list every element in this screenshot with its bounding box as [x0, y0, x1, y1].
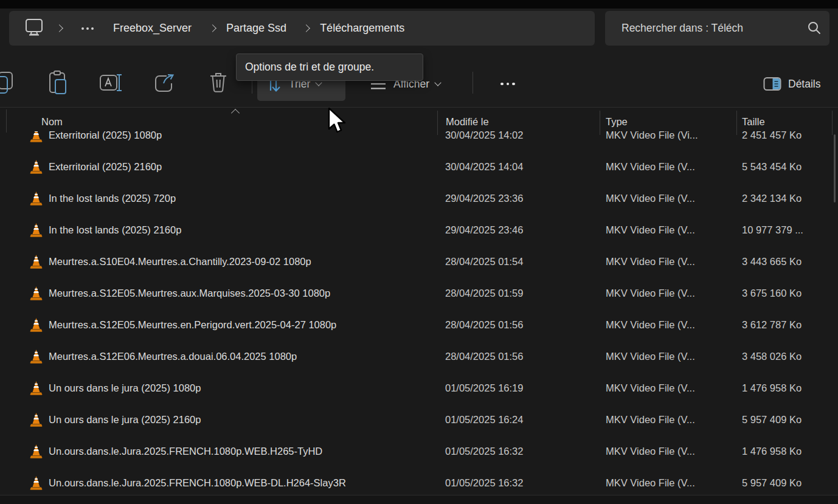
file-modified-date: 28/04/2025 01:56 — [445, 340, 523, 372]
file-size: 5 957 409 Ko — [742, 404, 802, 435]
details-button-label: Détails — [788, 78, 821, 91]
vlc-cone-icon — [29, 317, 43, 334]
file-modified-date: 01/05/2025 16:32 — [445, 435, 523, 467]
vlc-cone-icon — [29, 191, 43, 208]
details-pane-icon — [763, 76, 782, 92]
file-size: 5 957 409 Ko — [742, 467, 802, 495]
breadcrumb-item-server[interactable]: Freebox_Server — [113, 22, 192, 35]
this-pc-icon[interactable] — [24, 16, 44, 40]
vlc-cone-icon — [29, 286, 43, 303]
sort-button-tooltip: Options de tri et de groupe. — [236, 54, 423, 81]
file-row[interactable]: Un.ours.dans.le.Jura.2025.FRENCH.1080p.W… — [0, 435, 838, 467]
file-type: MKV Video File (V... — [606, 309, 695, 340]
file-size: 1 476 958 Ko — [742, 372, 802, 404]
copy-icon[interactable] — [0, 69, 17, 96]
file-modified-date: 01/05/2025 16:32 — [445, 467, 523, 495]
file-row[interactable]: Un.ours.dans.le.Jura.2025.FRENCH.1080p.W… — [0, 467, 838, 495]
delete-icon[interactable] — [205, 69, 232, 96]
file-row[interactable]: Meurtres.a.S12E06.Meurtres.a.douai.06.04… — [0, 340, 838, 372]
address-bar[interactable]: Freebox_Server Partage Ssd Téléchargemen… — [9, 11, 595, 46]
file-row[interactable]: Exterritorial (2025) 1080p 30/04/2025 14… — [0, 131, 838, 151]
file-row[interactable]: In the lost lands (2025) 720p 29/04/2025… — [0, 182, 838, 214]
file-size: 3 443 665 Ko — [742, 246, 802, 277]
file-name: Meurtres.a.S12E05.Meurtres.aux.Marquises… — [49, 277, 330, 309]
chevron-right-icon[interactable] — [55, 24, 63, 32]
share-icon[interactable] — [151, 69, 178, 96]
file-name: Un.ours.dans.le.Jura.2025.FRENCH.1080p.W… — [49, 467, 346, 495]
file-type: MKV Video File (V... — [606, 467, 695, 495]
file-row[interactable]: In the lost lands (2025) 2160p 29/04/202… — [0, 214, 838, 246]
breadcrumb-overflow-icon[interactable] — [81, 27, 94, 30]
breadcrumb-item-folder[interactable]: Téléchargements — [320, 22, 404, 35]
more-options-icon — [500, 83, 515, 86]
file-explorer-window: Freebox_Server Partage Ssd Téléchargemen… — [0, 0, 838, 504]
breadcrumb-item-share[interactable]: Partage Ssd — [226, 22, 286, 35]
file-list-area: Nom Modifié le Type Taille Exterritorial… — [0, 107, 838, 504]
vlc-cone-icon — [29, 349, 43, 366]
file-type: MKV Video File (V... — [606, 340, 695, 372]
address-row: Freebox_Server Partage Ssd Téléchargemen… — [0, 9, 838, 55]
file-name: Un ours dans le jura (2025) 2160p — [49, 404, 201, 435]
file-modified-date: 01/05/2025 16:24 — [445, 404, 523, 435]
file-size: 2 451 457 Ko — [742, 131, 802, 151]
vlc-cone-icon — [29, 159, 43, 176]
file-type: MKV Video File (Vi... — [606, 131, 698, 151]
vlc-cone-icon — [29, 223, 43, 240]
file-row[interactable]: Meurtres.a.S12E05.Meurtres.aux.Marquises… — [0, 277, 838, 309]
file-row[interactable]: Meurtres.a.S12E05.Meurtres.en.Perigord.v… — [0, 309, 838, 340]
file-size: 1 476 958 Ko — [742, 435, 802, 467]
file-type: MKV Video File (V... — [606, 277, 695, 309]
search-icon[interactable] — [806, 20, 822, 38]
chevron-right-icon — [209, 24, 216, 32]
file-row[interactable]: Meurtres.a.S10E04.Meurtres.a.Chantilly.2… — [0, 246, 838, 277]
file-name: Un.ours.dans.le.Jura.2025.FRENCH.1080p.W… — [49, 435, 322, 467]
file-name: Un ours dans le jura (2025) 1080p — [49, 372, 201, 404]
vlc-cone-icon — [29, 475, 43, 492]
mouse-cursor — [327, 107, 348, 139]
rename-icon[interactable] — [98, 69, 125, 96]
file-modified-date: 28/04/2025 01:56 — [445, 309, 523, 340]
file-modified-date: 29/04/2025 23:36 — [445, 182, 523, 214]
file-type: MKV Video File (V... — [606, 182, 695, 214]
file-type: MKV Video File (V... — [606, 151, 695, 182]
file-modified-date: 28/04/2025 01:59 — [445, 277, 523, 309]
file-size: 3 675 160 Ko — [742, 277, 802, 309]
file-type: MKV Video File (V... — [606, 404, 695, 435]
file-modified-date: 30/04/2025 14:04 — [445, 151, 523, 182]
file-modified-date: 28/04/2025 01:54 — [445, 246, 523, 277]
file-modified-date: 30/04/2025 14:02 — [445, 131, 523, 151]
file-name: Meurtres.a.S12E05.Meurtres.en.Perigord.v… — [49, 309, 336, 340]
details-pane-button[interactable]: Détails — [754, 67, 829, 101]
file-type: MKV Video File (V... — [606, 372, 695, 404]
file-type: MKV Video File (V... — [606, 246, 695, 277]
toolbar-separator — [473, 72, 473, 94]
file-size: 10 977 379 ... — [742, 214, 803, 246]
file-row[interactable]: Un ours dans le jura (2025) 1080p 01/05/… — [0, 372, 838, 404]
vertical-scrollbar-thumb[interactable] — [834, 134, 836, 202]
file-name: In the lost lands (2025) 2160p — [49, 214, 181, 246]
file-size: 3 458 026 Ko — [742, 340, 802, 372]
search-box[interactable]: Rechercher dans : Téléch — [605, 11, 829, 46]
more-options-button[interactable] — [484, 67, 532, 101]
vlc-cone-icon — [29, 381, 43, 398]
pane-edge-line — [6, 109, 7, 133]
file-type: MKV Video File (V... — [606, 214, 695, 246]
file-name: Meurtres.a.S10E04.Meurtres.a.Chantilly.2… — [49, 246, 311, 277]
vlc-cone-icon — [29, 131, 43, 145]
status-bar-area — [0, 495, 838, 504]
file-name: Exterritorial (2025) 2160p — [49, 151, 162, 182]
file-size: 3 612 787 Ko — [742, 309, 802, 340]
vlc-cone-icon — [29, 444, 43, 461]
paste-icon[interactable] — [44, 69, 71, 96]
file-row[interactable]: Exterritorial (2025) 2160p 30/04/2025 14… — [0, 151, 838, 182]
file-size: 2 342 134 Ko — [742, 182, 802, 214]
sort-ascending-icon — [231, 109, 240, 117]
file-type: MKV Video File (V... — [606, 435, 695, 467]
file-row[interactable]: Un ours dans le jura (2025) 2160p 01/05/… — [0, 404, 838, 435]
file-name: Exterritorial (2025) 1080p — [49, 131, 162, 151]
chevron-right-icon — [302, 24, 310, 32]
search-input[interactable]: Rechercher dans : Téléch — [622, 22, 801, 35]
vlc-cone-icon — [29, 254, 43, 271]
window-top-edge — [0, 0, 838, 9]
file-modified-date: 29/04/2025 23:46 — [445, 214, 523, 246]
